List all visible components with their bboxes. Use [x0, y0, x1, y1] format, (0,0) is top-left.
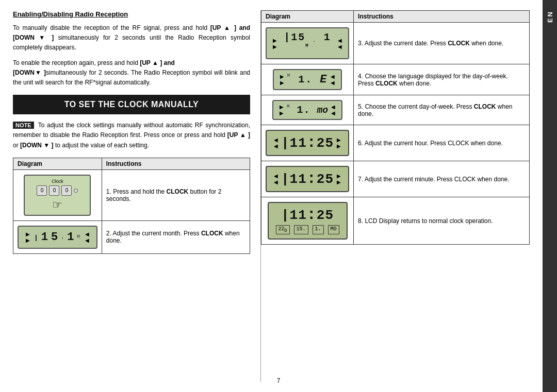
lcd-blink-indicator: |	[34, 234, 39, 242]
instruction-cell-5: 5. Choose the current day-of-week. Press…	[354, 95, 530, 125]
diagram-cell-1: Clock 0 0 0 ☞	[13, 169, 102, 220]
page-container: EN Enabling/Disabling Radio Reception To…	[0, 0, 557, 392]
right-column: Diagram Instructions ▶ ▶	[260, 10, 530, 382]
bottom-1: 1.	[313, 225, 324, 234]
instruction-text-3: 3. Adjust the current date. Press CLOCK …	[358, 40, 503, 47]
table-row: Clock 0 0 0 ☞	[13, 169, 250, 220]
hour-diagram: ◀ ◀ |11:25 ▶ ▶	[266, 128, 349, 158]
black-banner: TO SET THE CLOCK MANUALLY	[13, 95, 250, 114]
normal-diagram: |11:25 22D 15. 1. MO	[266, 200, 349, 242]
main-content: Enabling/Disabling Radio Reception To ma…	[0, 0, 543, 392]
diagram-cell-6: ◀ ◀ |11:25 ▶ ▶	[261, 125, 354, 161]
diagram-cell-8: |11:25 22D 15. 1. MO	[261, 197, 354, 245]
lcd-month-digits: | 1 5 . 1 M	[34, 231, 81, 244]
bottom-15: 15.	[294, 225, 308, 234]
bottom-mo: MO	[328, 225, 339, 234]
instruction-text-6: 6. Adjust the current hour. Press CLOCK …	[358, 140, 503, 147]
date-arrows-right: ◀ ◀	[338, 38, 342, 49]
table-row: ▶ ▶ | 1 5 . 1	[13, 220, 250, 253]
instruction-cell-4: 4. Choose the language displayed for the…	[354, 64, 530, 95]
bold-up1: [UP ▲ ] and [DOWN ▼ ]	[13, 24, 250, 41]
month-sub: M	[77, 234, 80, 240]
left-diagram-table: Diagram Instructions Clock 0	[13, 158, 250, 254]
instruction-cell-6: 6. Adjust the current hour. Press CLOCK …	[354, 125, 530, 161]
right-arrows: ◀ ◀	[85, 231, 89, 243]
left-th-diagram: Diagram	[13, 158, 102, 169]
btn-0b[interactable]: 0	[49, 185, 59, 196]
table-row: ◀ ◀ |11:25 ▶ ▶	[261, 125, 530, 161]
clock-face: Clock 0 0 0 ☞	[24, 175, 91, 216]
diagram-cell-5: ▶ ▶ M 1. mo ◀	[261, 95, 354, 125]
minute-digits: |11:25	[281, 171, 334, 187]
right-diagram-table: Diagram Instructions ▶ ▶	[261, 10, 530, 245]
btn-0c[interactable]: 0	[61, 185, 72, 196]
date-digits: |15 . 1 M	[280, 31, 335, 55]
arrow-down-left: ▶	[26, 237, 30, 243]
en-tab: EN	[543, 0, 557, 392]
instruction-text-4: 4. Choose the language displayed for the…	[358, 73, 508, 87]
instruction-text-1: 1. Press and hold the CLOCK button for 2…	[106, 188, 221, 202]
table-row: ▶ ▶ M 1. mo ◀	[261, 95, 530, 125]
diagram-cell-4: ▶ ▶ M 1. E ◀	[261, 64, 354, 95]
bottom-date: 22D	[276, 225, 290, 234]
diagram-cell-2: ▶ ▶ | 1 5 . 1	[13, 220, 102, 253]
digit-1: 1	[41, 231, 49, 244]
diagram-cell-7: ◀ ◀ |11:25 ▶ ▶	[261, 161, 354, 197]
instruction-cell-1: 1. Press and hold the CLOCK button for 2…	[102, 169, 250, 220]
instruction-text-7: 7. Adjust the current minute. Press CLOC…	[358, 176, 509, 183]
month-diagram: ▶ ▶ | 1 5 . 1	[18, 224, 97, 251]
left-column: Enabling/Disabling Radio Reception To ma…	[13, 10, 260, 382]
note-label: NOTE	[13, 122, 34, 129]
normal-bottom: 22D 15. 1. MO	[276, 225, 339, 234]
instruction-text-5: 5. Choose the current day-of-week. Press…	[358, 103, 512, 117]
btn-round[interactable]	[74, 189, 78, 193]
lang-lcd: ▶ ▶ M 1. E ◀	[273, 69, 342, 90]
instruction-cell-7: 7. Adjust the current minute. Press CLOC…	[354, 161, 530, 197]
dow-lcd: ▶ ▶ M 1. mo ◀	[272, 100, 342, 120]
note-section: NOTE To adjust the clock settings manual…	[13, 121, 250, 150]
bold-down2: [DOWN▼ ]	[13, 69, 46, 76]
lang-digits: M 1. E	[287, 73, 328, 86]
minute-diagram: ◀ ◀ |11:25 ▶ ▶	[266, 164, 349, 194]
digit-1b: 1	[67, 231, 75, 244]
clock-label: Clock	[30, 179, 85, 184]
table-row: ▶ ▶ M 1. E ◀	[261, 64, 530, 95]
month-lcd: ▶ ▶ | 1 5 . 1	[18, 226, 97, 249]
clock-buttons-diagram: Clock 0 0 0 ☞	[18, 173, 97, 218]
right-th-instructions: Instructions	[354, 11, 530, 23]
arrow-up-right: ◀	[85, 231, 89, 237]
en-tab-text: EN	[546, 10, 554, 23]
para1: To manually disable the reception of the…	[13, 23, 250, 53]
hour-lcd: ◀ ◀ |11:25 ▶ ▶	[266, 130, 349, 156]
lang-diagram: ▶ ▶ M 1. E ◀	[266, 67, 349, 92]
instruction-cell-3: 3. Adjust the current date. Press CLOCK …	[354, 23, 530, 64]
instruction-text-8: 8. LCD Display returns to normal clock o…	[358, 217, 493, 225]
hand-icon: ☞	[30, 198, 85, 212]
date-diagram: ▶ ▶ |15 . 1 M	[266, 25, 349, 61]
date-lcd: ▶ ▶ |15 . 1 M	[266, 27, 349, 59]
btn-0a[interactable]: 0	[37, 185, 47, 196]
dow-digits: M 1. mo	[287, 104, 328, 116]
dow-diagram: ▶ ▶ M 1. mo ◀	[266, 98, 349, 122]
digit-5: 5	[51, 231, 59, 244]
left-th-instructions: Instructions	[102, 158, 250, 169]
right-th-diagram: Diagram	[261, 11, 354, 23]
arrow-down-right: ◀	[85, 237, 89, 243]
table-row: |11:25 22D 15. 1. MO	[261, 197, 530, 245]
table-row: ◀ ◀ |11:25 ▶ ▶	[261, 161, 530, 197]
instruction-text-2: 2. Adjust the current month. Press CLOCK…	[106, 230, 240, 244]
hour-digits: |11:25	[281, 135, 334, 151]
lcd-subscript: .	[61, 234, 65, 240]
instruction-cell-8: 8. LCD Display returns to normal clock o…	[354, 197, 530, 245]
section-heading: Enabling/Disabling Radio Reception	[13, 10, 250, 18]
minute-lcd: ◀ ◀ |11:25 ▶ ▶	[266, 166, 349, 192]
normal-time: |11:25	[276, 207, 339, 223]
left-arrows: ▶ ▶	[26, 231, 30, 243]
instruction-cell-2: 2. Adjust the current month. Press CLOCK…	[102, 220, 250, 253]
diagram-cell-3: ▶ ▶ |15 . 1 M	[261, 23, 354, 64]
date-arrows-left: ▶ ▶	[273, 38, 277, 49]
page-number: 7	[277, 377, 281, 384]
para2: To enable the reception again, press and…	[13, 58, 250, 88]
arrow-up-left: ▶	[26, 231, 30, 237]
table-row: ▶ ▶ |15 . 1 M	[261, 23, 530, 64]
